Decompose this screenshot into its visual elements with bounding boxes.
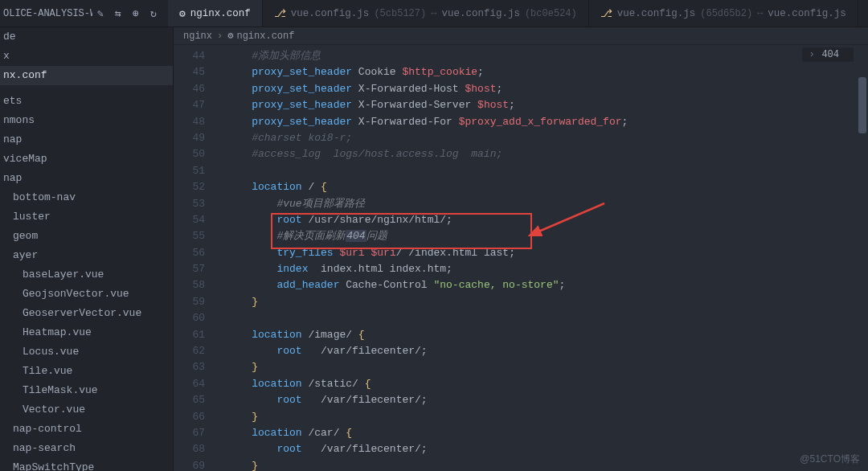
explorer-item[interactable]: GeojsonVector.vue: [0, 285, 173, 304]
explorer-item[interactable]: nx.conf: [0, 66, 173, 85]
compare-arrow-icon: ↔: [757, 8, 763, 19]
code-line[interactable]: root /var/filecenter/;: [227, 441, 868, 457]
breadcrumb[interactable]: nginx › ⚙ nginx.conf: [174, 27, 868, 45]
explorer-item[interactable]: nap-control: [0, 420, 173, 439]
editor-tabs: ⚙nginx.conf⎇vue.config.js(5cb5127)↔vue.c…: [168, 0, 868, 27]
code-content[interactable]: #添加头部信息 proxy_set_header Cookie $http_co…: [217, 45, 868, 471]
editor-tab[interactable]: ⚙nginx.conf: [168, 0, 263, 27]
explorer-item[interactable]: x: [0, 47, 173, 66]
explorer-item[interactable]: Heatmap.vue: [0, 323, 173, 342]
git-compare-icon: ⎇: [600, 7, 612, 20]
code-line[interactable]: #添加头部信息: [227, 48, 868, 64]
explorer-item[interactable]: nap-search: [0, 439, 173, 458]
editor-tab[interactable]: ⎇vue.config.js(b2e1bd5)↔: [858, 0, 868, 27]
line-number: 55: [174, 228, 205, 244]
explorer-item[interactable]: viceMap: [0, 149, 173, 169]
line-number: 44: [174, 48, 205, 64]
editor-tab[interactable]: ⎇vue.config.js(5cb5127)↔vue.config.js(bc…: [263, 0, 589, 27]
tab-suffix: (bc0e524): [525, 8, 577, 19]
code-line[interactable]: }: [227, 409, 868, 425]
tab-label: vue.config.js: [441, 8, 520, 19]
code-line[interactable]: root /var/filecenter/;: [227, 343, 868, 359]
explorer-item[interactable]: nmons: [0, 111, 173, 130]
line-number: 60: [174, 310, 205, 326]
line-number: 68: [174, 441, 205, 457]
code-line[interactable]: }: [227, 458, 868, 471]
line-number: 47: [174, 97, 205, 113]
line-number: 66: [174, 409, 205, 425]
chevron-right-icon: ›: [809, 49, 814, 60]
breadcrumb-part[interactable]: nginx: [183, 31, 212, 42]
git-compare-icon: ⎇: [274, 7, 286, 20]
code-line[interactable]: proxy_set_header X-Forwarded-For $proxy_…: [227, 114, 868, 130]
explorer-item[interactable]: nap: [0, 169, 173, 188]
breadcrumb-part[interactable]: nginx.conf: [236, 31, 294, 42]
explorer-item[interactable]: ayer: [0, 246, 173, 265]
titlebar-icon-group: ✎ ⇆ ⊕ ↻: [92, 7, 168, 20]
code-line[interactable]: location / {: [227, 179, 868, 195]
explorer-item[interactable]: geom: [0, 227, 173, 246]
code-line[interactable]: location /static/ {: [227, 376, 868, 392]
title-bar: OLICE-ANALYSIS-WEB ✎ ⇆ ⊕ ↻ ⚙nginx.conf⎇v…: [0, 0, 868, 27]
code-line[interactable]: index index.html index.htm;: [227, 261, 868, 277]
explorer-item[interactable]: bottom-nav: [0, 188, 173, 207]
code-line[interactable]: #解决页面刷新404问题: [227, 228, 868, 244]
compare-arrow-icon: ↔: [431, 8, 436, 19]
line-number: 67: [174, 425, 205, 441]
gear-icon: ⚙: [179, 7, 186, 20]
line-number: 52: [174, 179, 205, 195]
code-line[interactable]: root /var/filecenter/;: [227, 392, 868, 408]
refresh-icon[interactable]: ↻: [145, 7, 162, 20]
float-crumb-label: 404: [821, 49, 839, 60]
code-line[interactable]: #access_log logs/host.access.log main;: [227, 146, 868, 162]
tab-label: nginx.conf: [190, 8, 251, 19]
code-line[interactable]: proxy_set_header Cookie $http_cookie;: [227, 64, 868, 80]
code-line[interactable]: location /image/ {: [227, 327, 868, 343]
explorer-item[interactable]: baseLayer.vue: [0, 265, 173, 285]
explorer-item[interactable]: Tile.vue: [0, 362, 173, 381]
project-label: OLICE-ANALYSIS-WEB: [0, 8, 92, 19]
line-number: 61: [174, 327, 205, 343]
explorer-item[interactable]: Locus.vue: [0, 342, 173, 362]
line-number: 65: [174, 392, 205, 408]
code-line[interactable]: }: [227, 294, 868, 310]
tab-label: vue.config.js: [768, 8, 846, 19]
explorer-item[interactable]: GeoserverVector.vue: [0, 304, 173, 323]
edit-icon[interactable]: ✎: [92, 7, 108, 20]
code-line[interactable]: try_files $uri $uri/ /index.html last;: [227, 245, 868, 261]
float-crumb-404[interactable]: › 404: [802, 47, 854, 62]
line-number: 63: [174, 359, 205, 375]
code-line[interactable]: proxy_set_header X-Forwarded-Host $host;: [227, 81, 868, 97]
compare-icon[interactable]: ⇆: [110, 7, 126, 20]
explorer-item[interactable]: nap: [0, 130, 173, 149]
scrollbar-thumb[interactable]: [858, 77, 866, 133]
line-number: 50: [174, 146, 205, 162]
explorer-item[interactable]: TileMask.vue: [0, 381, 173, 400]
line-number: 54: [174, 212, 205, 228]
explorer-item[interactable]: MapSwitchType: [0, 458, 173, 471]
explorer-item[interactable]: de: [0, 27, 173, 47]
file-explorer[interactable]: dexnx.confetsnmonsnapviceMapnapbottom-na…: [0, 27, 174, 471]
code-line[interactable]: #charset koi8-r;: [227, 130, 868, 146]
line-number: 49: [174, 130, 205, 146]
code-line[interactable]: [227, 310, 868, 326]
explorer-item[interactable]: Vector.vue: [0, 400, 173, 420]
code-line[interactable]: proxy_set_header X-Forwarded-Server $hos…: [227, 97, 868, 113]
line-number: 62: [174, 343, 205, 359]
code-line[interactable]: root /usr/share/nginx/html/;: [227, 212, 868, 228]
editor-tab[interactable]: ⎇vue.config.js(65d65b2)↔vue.config.js: [589, 0, 858, 27]
code-line[interactable]: }: [227, 359, 868, 375]
vertical-scrollbar[interactable]: [857, 45, 868, 471]
tab-label: vue.config.js: [291, 8, 370, 19]
breadcrumb-sep-icon: ›: [215, 31, 224, 42]
code-region[interactable]: 4445464748495051525354555657585960616263…: [174, 45, 868, 471]
code-line[interactable]: add_header Cache-Control "no-cache, no-s…: [227, 277, 868, 293]
watermark: @51CTO博客: [800, 453, 860, 466]
explorer-item[interactable]: ets: [0, 92, 173, 111]
line-number: 56: [174, 245, 205, 261]
new-icon[interactable]: ⊕: [128, 7, 144, 20]
code-line[interactable]: [227, 163, 868, 179]
code-line[interactable]: #vue项目部署路径: [227, 196, 868, 212]
code-line[interactable]: location /car/ {: [227, 425, 868, 441]
explorer-item[interactable]: luster: [0, 207, 173, 227]
